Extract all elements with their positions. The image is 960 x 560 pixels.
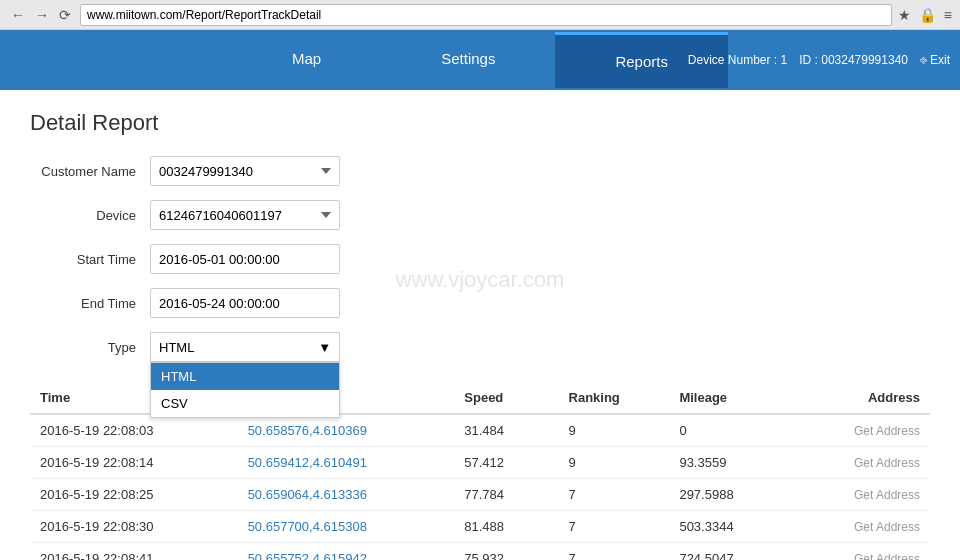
- cell-llc[interactable]: 50.655752,4.615942: [238, 543, 455, 561]
- col-address: Address: [796, 382, 930, 414]
- start-time-input[interactable]: [150, 244, 340, 274]
- device-id: ID : 0032479991340: [799, 53, 908, 67]
- llc-link[interactable]: 50.659412,4.610491: [248, 455, 367, 470]
- top-nav: Map Settings Reports Device Number : 1 I…: [0, 30, 960, 90]
- customer-name-row: Customer Name 0032479991340: [30, 156, 930, 186]
- table-row: 2016-5-19 22:08:30 50.657700,4.615308 81…: [30, 511, 930, 543]
- main-content: Detail Report Customer Name 003247999134…: [0, 90, 960, 560]
- end-time-input[interactable]: [150, 288, 340, 318]
- cell-mileage: 93.3559: [669, 447, 796, 479]
- device-dropdown[interactable]: 61246716040601197: [150, 200, 340, 230]
- cell-time: 2016-5-19 22:08:25: [30, 479, 238, 511]
- type-dropdown-container[interactable]: HTML ▼ HTML CSV: [150, 332, 340, 362]
- table-row: 2016-5-19 22:08:41 50.655752,4.615942 75…: [30, 543, 930, 561]
- cell-speed: 75.932: [454, 543, 558, 561]
- table-row: 2016-5-19 22:08:03 50.658576,4.610369 31…: [30, 414, 930, 447]
- cell-time: 2016-5-19 22:08:41: [30, 543, 238, 561]
- cell-llc[interactable]: 50.658576,4.610369: [238, 414, 455, 447]
- cell-time: 2016-5-19 22:08:30: [30, 511, 238, 543]
- llc-link[interactable]: 50.659064,4.613336: [248, 487, 367, 502]
- tab-map[interactable]: Map: [232, 32, 381, 88]
- llc-link[interactable]: 50.655752,4.615942: [248, 551, 367, 560]
- cell-llc[interactable]: 50.657700,4.615308: [238, 511, 455, 543]
- cell-ranking: 7: [559, 479, 670, 511]
- get-address-link[interactable]: Get Address: [854, 424, 920, 438]
- cell-address: Get Address: [796, 511, 930, 543]
- cell-time: 2016-5-19 22:08:03: [30, 414, 238, 447]
- cell-ranking: 9: [559, 414, 670, 447]
- type-selected-value: HTML: [159, 340, 194, 355]
- col-mileage: Mileage: [669, 382, 796, 414]
- cell-address: Get Address: [796, 414, 930, 447]
- menu-icon[interactable]: ≡: [944, 7, 952, 23]
- exit-label: Exit: [930, 53, 950, 67]
- device-select[interactable]: 61246716040601197: [150, 200, 340, 230]
- shield-icon: 🔒: [919, 7, 936, 23]
- cell-ranking: 7: [559, 511, 670, 543]
- end-time-label: End Time: [30, 296, 150, 311]
- end-time-row: End Time: [30, 288, 930, 318]
- type-option-csv[interactable]: CSV: [151, 390, 339, 417]
- get-address-link[interactable]: Get Address: [854, 520, 920, 534]
- device-number: Device Number : 1: [688, 53, 787, 67]
- cell-mileage: 297.5988: [669, 479, 796, 511]
- table-row: 2016-5-19 22:08:14 50.659412,4.610491 57…: [30, 447, 930, 479]
- device-label: Device: [30, 208, 150, 223]
- cell-mileage: 0: [669, 414, 796, 447]
- cell-address: Get Address: [796, 479, 930, 511]
- cell-speed: 31.484: [454, 414, 558, 447]
- customer-name-label: Customer Name: [30, 164, 150, 179]
- cell-address: Get Address: [796, 543, 930, 561]
- cell-mileage: 503.3344: [669, 511, 796, 543]
- type-label: Type: [30, 340, 150, 355]
- cell-speed: 81.488: [454, 511, 558, 543]
- cell-mileage: 724.5047: [669, 543, 796, 561]
- refresh-button[interactable]: ⟳: [56, 7, 74, 23]
- page-title: Detail Report: [30, 110, 930, 136]
- start-time-label: Start Time: [30, 252, 150, 267]
- get-address-link[interactable]: Get Address: [854, 488, 920, 502]
- llc-link[interactable]: 50.657700,4.615308: [248, 519, 367, 534]
- forward-button[interactable]: →: [32, 7, 52, 23]
- browser-nav[interactable]: ← → ⟳: [8, 7, 74, 23]
- cell-time: 2016-5-19 22:08:14: [30, 447, 238, 479]
- start-time-row: Start Time: [30, 244, 930, 274]
- device-info: Device Number : 1 ID : 0032479991340 ⎆ E…: [688, 53, 950, 67]
- get-address-link[interactable]: Get Address: [854, 552, 920, 560]
- cell-ranking: 9: [559, 447, 670, 479]
- device-row: Device 61246716040601197: [30, 200, 930, 230]
- browser-bar: ← → ⟳ ★ 🔒 ≡: [0, 0, 960, 30]
- cell-speed: 77.784: [454, 479, 558, 511]
- back-button[interactable]: ←: [8, 7, 28, 23]
- llc-link[interactable]: 50.658576,4.610369: [248, 423, 367, 438]
- cell-ranking: 7: [559, 543, 670, 561]
- exit-button[interactable]: ⎆ Exit: [920, 53, 950, 67]
- customer-name-dropdown[interactable]: 0032479991340: [150, 156, 340, 186]
- col-speed: Speed: [454, 382, 558, 414]
- type-row: Type HTML ▼ HTML CSV: [30, 332, 930, 362]
- customer-name-select[interactable]: 0032479991340: [150, 156, 340, 186]
- table-row: 2016-5-19 22:08:25 50.659064,4.613336 77…: [30, 479, 930, 511]
- address-bar[interactable]: [80, 4, 892, 26]
- type-option-html[interactable]: HTML: [151, 363, 339, 390]
- browser-icons: ★ 🔒 ≡: [898, 7, 952, 23]
- type-dropdown-menu: HTML CSV: [150, 362, 340, 418]
- exit-icon: ⎆: [920, 53, 927, 67]
- tab-settings[interactable]: Settings: [381, 32, 555, 88]
- cell-speed: 57.412: [454, 447, 558, 479]
- get-address-link[interactable]: Get Address: [854, 456, 920, 470]
- bookmark-icon[interactable]: ★: [898, 7, 911, 23]
- type-chevron-icon: ▼: [318, 340, 331, 355]
- type-select-display[interactable]: HTML ▼: [150, 332, 340, 362]
- cell-address: Get Address: [796, 447, 930, 479]
- cell-llc[interactable]: 50.659412,4.610491: [238, 447, 455, 479]
- col-ranking: Ranking: [559, 382, 670, 414]
- cell-llc[interactable]: 50.659064,4.613336: [238, 479, 455, 511]
